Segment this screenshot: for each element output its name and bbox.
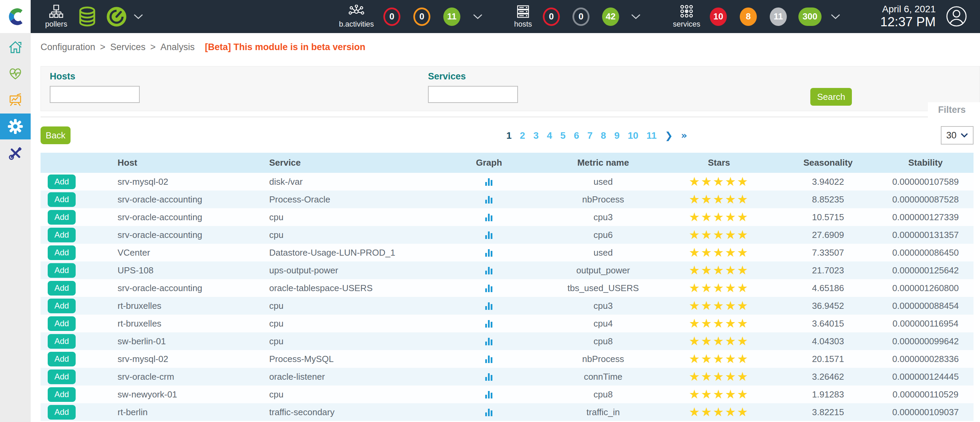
- back-button[interactable]: Back: [41, 126, 70, 144]
- add-button[interactable]: Add: [48, 352, 76, 366]
- sidebar-item-monitoring[interactable]: [0, 61, 31, 86]
- table-row: Add rt-bruxelles cpu cpu3 ★★★★★ 36.9452 …: [41, 297, 974, 315]
- breadcrumb-analysis[interactable]: Analysis: [161, 42, 195, 53]
- breadcrumb-services[interactable]: Services: [110, 42, 145, 53]
- search-button[interactable]: Search: [810, 88, 852, 106]
- service-cell: Process-Oracle: [269, 194, 431, 205]
- bactivities-ok-badge[interactable]: 11: [443, 0, 460, 33]
- graph-icon[interactable]: [484, 407, 494, 417]
- host-cell: VCenter: [118, 247, 269, 258]
- add-button[interactable]: Add: [48, 387, 76, 402]
- gauge-icon: [106, 6, 127, 27]
- metric-cell: nbProcess: [547, 194, 659, 205]
- pollers-chevron[interactable]: [134, 0, 143, 33]
- services-warning-badge[interactable]: 8: [740, 0, 757, 33]
- page-number[interactable]: 10: [628, 130, 638, 141]
- services-unknown-badge[interactable]: 11: [770, 0, 787, 33]
- graph-icon[interactable]: [484, 195, 494, 204]
- page-number[interactable]: 1: [506, 130, 512, 141]
- seasonality-cell: 1.91283: [779, 389, 877, 400]
- graph-icon[interactable]: [484, 230, 494, 240]
- add-button[interactable]: Add: [48, 228, 76, 242]
- hosts-menu[interactable]: hosts: [505, 0, 541, 33]
- graph-icon[interactable]: [484, 248, 494, 257]
- add-button[interactable]: Add: [48, 281, 76, 296]
- graph-icon[interactable]: [484, 177, 494, 186]
- hosts-critical-badge[interactable]: 0: [543, 0, 560, 33]
- services-menu[interactable]: services: [667, 0, 707, 33]
- hosts-chevron[interactable]: [631, 0, 641, 33]
- graph-icon[interactable]: [484, 336, 494, 346]
- graph-icon[interactable]: [484, 266, 494, 275]
- sidebar-item-home[interactable]: [0, 34, 31, 60]
- services-chevron[interactable]: [831, 0, 840, 33]
- bactivities-warning-badge[interactable]: 0: [413, 0, 430, 33]
- hosts-ok-badge[interactable]: 42: [602, 0, 619, 33]
- page-number[interactable]: 4: [547, 130, 552, 141]
- services-critical-badge[interactable]: 10: [710, 0, 727, 33]
- stars-rating: ★★★★★: [689, 264, 749, 276]
- services-ok-badge[interactable]: 300: [799, 0, 822, 33]
- bactivities-chevron[interactable]: [473, 0, 482, 33]
- page-number[interactable]: 8: [601, 130, 606, 141]
- add-button[interactable]: Add: [48, 192, 76, 207]
- last-page-arrow[interactable]: »: [681, 130, 687, 141]
- stars-rating: ★★★★★: [689, 335, 749, 347]
- seasonality-cell: 3.82215: [779, 407, 877, 417]
- graph-icon[interactable]: [484, 372, 494, 381]
- breadcrumb-configuration[interactable]: Configuration: [41, 42, 95, 53]
- add-button[interactable]: Add: [48, 175, 76, 189]
- sidebar-item-configuration[interactable]: [0, 113, 31, 139]
- page-number[interactable]: 9: [614, 130, 620, 141]
- stability-cell: 0.000000087528: [877, 194, 974, 205]
- add-button[interactable]: Add: [48, 263, 76, 278]
- host-cell: srv-oracle-accounting: [118, 194, 269, 205]
- add-button[interactable]: Add: [48, 245, 76, 260]
- graph-icon[interactable]: [484, 354, 494, 364]
- graph-icon[interactable]: [484, 301, 494, 311]
- stability-cell: 0.000001260800: [877, 283, 974, 293]
- page-number[interactable]: 7: [587, 130, 593, 141]
- page-number[interactable]: 2: [520, 130, 525, 141]
- bactivities-critical-badge[interactable]: 0: [383, 0, 400, 33]
- graph-icon[interactable]: [484, 283, 494, 293]
- sidebar-item-administration[interactable]: [0, 140, 31, 166]
- centreon-c-icon: [5, 6, 25, 27]
- host-cell: rt-bruxelles: [118, 301, 269, 311]
- sidebar-item-reporting[interactable]: [0, 87, 31, 113]
- add-button[interactable]: Add: [48, 299, 76, 313]
- page-number[interactable]: 3: [533, 130, 539, 141]
- add-button[interactable]: Add: [48, 334, 76, 349]
- add-button[interactable]: Add: [48, 369, 76, 384]
- services-filter-input[interactable]: [428, 86, 518, 103]
- service-cell: Datastore-Usage-LUN-PROD_1: [269, 247, 431, 258]
- page-size-select[interactable]: 30: [941, 126, 974, 145]
- hosts-unknown-badge[interactable]: 0: [573, 0, 590, 33]
- graph-icon[interactable]: [484, 212, 494, 222]
- stars-rating: ★★★★★: [689, 175, 749, 188]
- centreon-logo[interactable]: [0, 0, 31, 33]
- graph-icon[interactable]: [484, 319, 494, 328]
- bactivities-label: b.activities: [339, 20, 374, 29]
- service-cell: cpu: [269, 336, 431, 347]
- page-number[interactable]: 11: [646, 130, 657, 141]
- stability-cell: 0.000000110529: [877, 389, 974, 400]
- page-number[interactable]: 5: [560, 130, 566, 141]
- graph-icon[interactable]: [484, 390, 494, 399]
- seasonality-cell: 27.6909: [779, 230, 877, 240]
- bactivities-menu[interactable]: b.activities: [336, 0, 377, 33]
- analysis-table: Host Service Graph Metric name Stars Sea…: [41, 153, 974, 421]
- add-button[interactable]: Add: [48, 405, 76, 420]
- hosts-filter-input[interactable]: [50, 86, 140, 103]
- pollers-menu[interactable]: pollers: [39, 0, 73, 33]
- next-page-arrow[interactable]: ❯: [665, 130, 673, 141]
- user-profile-button[interactable]: [946, 6, 967, 28]
- metric-cell: used: [547, 177, 659, 187]
- chevron-down-icon: [473, 14, 482, 19]
- add-button[interactable]: Add: [48, 316, 76, 331]
- add-button[interactable]: Add: [48, 210, 76, 225]
- database-status[interactable]: [77, 0, 98, 33]
- latency-gauge-status[interactable]: [106, 0, 127, 33]
- page-number[interactable]: 6: [574, 130, 579, 141]
- stability-cell: 0.000000088454: [877, 301, 974, 311]
